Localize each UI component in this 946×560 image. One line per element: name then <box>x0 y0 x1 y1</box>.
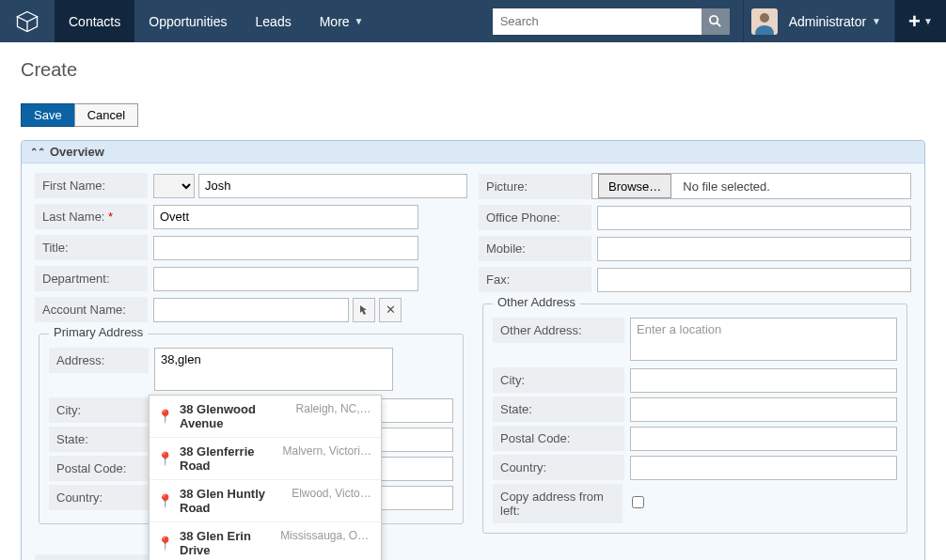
picture-label: Picture: <box>479 174 591 199</box>
salutation-select[interactable] <box>153 174 195 198</box>
svg-marker-0 <box>18 11 38 22</box>
mobile-input[interactable] <box>597 237 911 261</box>
copy-address-label: Copy address from left: <box>493 484 623 523</box>
cursor-icon <box>358 304 370 316</box>
overview-panel: ⌃⌃ Overview First Name: Last Name: * <box>21 140 925 560</box>
first-name-label: First Name: <box>35 173 148 198</box>
first-name-input[interactable] <box>198 174 467 198</box>
pin-icon: 📍 <box>157 493 173 508</box>
autocomplete-sub: Raleigh, NC, U... <box>296 402 373 430</box>
nav-more[interactable]: More▼ <box>306 0 378 42</box>
search-input[interactable] <box>493 8 702 35</box>
primary-address-fieldset: Primary Address Address: 📍 38 Glenwood A… <box>39 334 464 524</box>
fax-label: Fax: <box>479 267 591 292</box>
user-name: Administrator <box>778 14 872 29</box>
autocomplete-main: 38 Glen Huntly Road <box>180 487 288 515</box>
logo[interactable] <box>0 0 55 42</box>
nav-leads[interactable]: Leads <box>242 0 306 42</box>
other-postal-input[interactable] <box>630 427 897 451</box>
plus-icon: + <box>908 9 921 34</box>
last-name-label: Last Name: * <box>35 204 148 229</box>
search-button[interactable] <box>702 8 730 35</box>
autocomplete-item[interactable]: 📍 38 Glenwood AvenueRaleigh, NC, U... <box>150 396 381 438</box>
email-address-label: Email Address: <box>35 554 148 560</box>
postal-code-label: Postal Code: <box>49 456 149 481</box>
autocomplete-item[interactable]: 📍 38 Glen Erin DriveMississauga, ON, ... <box>150 522 381 560</box>
address-autocomplete: 📍 38 Glenwood AvenueRaleigh, NC, U... 📍 … <box>149 395 382 560</box>
other-city-label: City: <box>493 367 624 393</box>
primary-address-input[interactable] <box>154 348 393 391</box>
other-postal-label: Postal Code: <box>493 426 624 451</box>
avatar <box>751 8 778 35</box>
other-address-legend: Other Address <box>493 295 580 309</box>
city-label: City: <box>49 397 149 423</box>
panel-title: Overview <box>50 145 104 159</box>
autocomplete-sub: Malvern, Victoria, ... <box>282 444 373 473</box>
svg-line-3 <box>717 23 721 26</box>
nav-opportunities-label: Opportunities <box>149 14 227 29</box>
autocomplete-main: 38 Glen Erin Drive <box>180 529 276 557</box>
autocomplete-main: 38 Glenferrie Road <box>180 444 278 473</box>
nav-contacts-label: Contacts <box>69 14 120 29</box>
autocomplete-sub: Mississauga, ON, ... <box>280 529 373 557</box>
svg-point-4 <box>760 13 769 23</box>
other-address-input[interactable] <box>630 318 897 361</box>
copy-address-checkbox[interactable] <box>632 496 644 508</box>
country-label: Country: <box>49 485 149 510</box>
last-name-input[interactable] <box>153 205 418 229</box>
other-address-fieldset: Other Address Other Address: City: State… <box>482 303 907 534</box>
address-label: Address: <box>49 348 149 373</box>
autocomplete-sub: Elwood, Victoria... <box>292 487 373 515</box>
other-state-label: State: <box>493 397 624 422</box>
chevron-down-icon: ▼ <box>923 16 933 26</box>
department-input[interactable] <box>153 267 418 291</box>
user-menu[interactable]: Administrator ▼ <box>743 0 894 42</box>
department-label: Department: <box>35 266 148 291</box>
other-country-input[interactable] <box>630 456 897 480</box>
account-name-input[interactable] <box>153 298 349 322</box>
browse-button[interactable]: Browse… <box>598 174 671 198</box>
other-city-input[interactable] <box>630 368 897 393</box>
pin-icon: 📍 <box>157 536 173 551</box>
file-status: No file selected. <box>675 179 770 194</box>
quick-create-button[interactable]: + ▼ <box>894 0 946 42</box>
page-title: Create <box>21 59 925 81</box>
autocomplete-item[interactable]: 📍 38 Glenferrie RoadMalvern, Victoria, .… <box>150 438 381 480</box>
office-phone-label: Office Phone: <box>479 205 591 230</box>
nav-opportunities[interactable]: Opportunities <box>134 0 241 42</box>
other-address-label: Other Address: <box>493 318 624 343</box>
save-button[interactable]: Save <box>21 103 75 127</box>
pin-icon: 📍 <box>157 451 173 466</box>
account-name-label: Account Name: <box>35 297 148 322</box>
nav-contacts[interactable]: Contacts <box>55 0 134 42</box>
mobile-label: Mobile: <box>479 236 591 261</box>
nav-leads-label: Leads <box>256 14 292 29</box>
pin-icon: 📍 <box>157 409 173 424</box>
collapse-icon: ⌃⌃ <box>30 147 45 157</box>
cancel-button[interactable]: Cancel <box>74 103 138 127</box>
title-input[interactable] <box>153 236 418 260</box>
state-label: State: <box>49 427 149 452</box>
select-account-button[interactable] <box>353 298 375 322</box>
panel-header[interactable]: ⌃⌃ Overview <box>22 141 924 163</box>
fax-input[interactable] <box>597 268 911 292</box>
primary-address-legend: Primary Address <box>49 325 148 339</box>
other-state-input[interactable] <box>630 397 897 422</box>
office-phone-input[interactable] <box>597 206 911 230</box>
chevron-down-icon: ▼ <box>355 16 364 26</box>
search-icon <box>708 14 722 28</box>
autocomplete-item[interactable]: 📍 38 Glen Huntly RoadElwood, Victoria... <box>150 480 381 522</box>
close-icon: ✕ <box>386 303 396 317</box>
title-label: Title: <box>35 235 148 260</box>
svg-point-2 <box>710 16 717 23</box>
clear-account-button[interactable]: ✕ <box>379 298 402 322</box>
chevron-down-icon: ▼ <box>872 16 894 26</box>
nav-more-label: More <box>320 14 350 29</box>
other-country-label: Country: <box>493 455 624 480</box>
autocomplete-main: 38 Glenwood Avenue <box>180 402 292 430</box>
